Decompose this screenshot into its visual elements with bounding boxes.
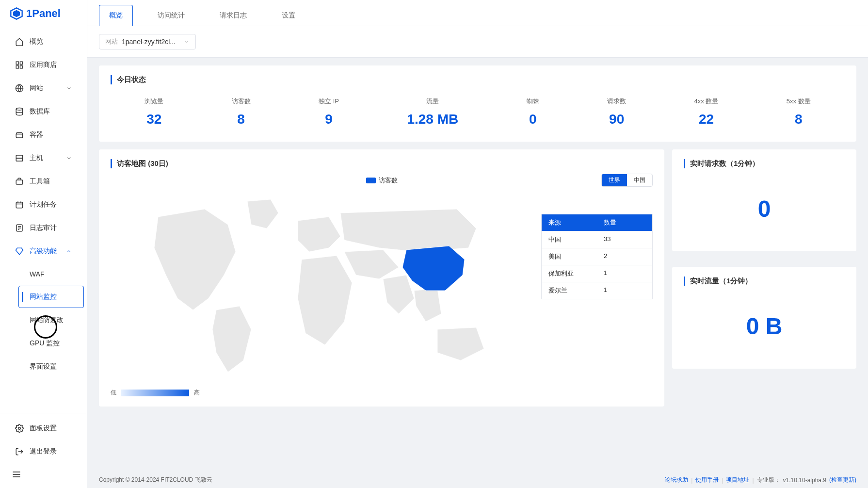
collapse-sidebar-button[interactable] bbox=[0, 464, 87, 485]
sidebar-item-ui-settings[interactable]: 界面设置 bbox=[18, 356, 84, 378]
footer-version-label: 专业版： bbox=[757, 476, 780, 484]
tab-label: 请求日志 bbox=[220, 11, 247, 19]
stat-label: 访客数 bbox=[232, 97, 251, 106]
sidebar-item-logs[interactable]: 日志审计 bbox=[3, 217, 84, 239]
map-toggle-china[interactable]: 中国 bbox=[627, 174, 652, 186]
stat-label: 请求数 bbox=[607, 97, 626, 106]
sidebar-item-container[interactable]: 容器 bbox=[3, 124, 84, 146]
stat-value: 8 bbox=[787, 112, 811, 127]
realtime-traffic-card: 实时流量（1分钟） 0 B bbox=[672, 267, 856, 369]
sidebar-item-label: 应用商店 bbox=[30, 61, 57, 69]
today-stats-title: 今日状态 bbox=[111, 75, 845, 84]
sidebar-item-anti-tamper[interactable]: 网站防篡改 bbox=[18, 309, 84, 331]
svg-point-21 bbox=[18, 427, 21, 430]
sidebar-item-label: 网站监控 bbox=[30, 293, 57, 301]
log-icon bbox=[15, 224, 24, 232]
stat-label: 4xx 数量 bbox=[694, 97, 719, 106]
map-body: 来源 数量 中国 33 美国 2 bbox=[111, 190, 653, 384]
sidebar-item-overview[interactable]: 概览 bbox=[3, 31, 84, 53]
sidebar-item-appstore[interactable]: 应用商店 bbox=[3, 54, 84, 76]
map-toggle-world[interactable]: 世界 bbox=[602, 174, 627, 186]
sidebar-item-database[interactable]: 数据库 bbox=[3, 100, 84, 123]
footer-version: v1.10.10-alpha.9 bbox=[783, 477, 826, 484]
footer-link-manual[interactable]: 使用手册 bbox=[695, 476, 719, 484]
realtime-requests-title: 实时请求数（1分钟） bbox=[684, 159, 845, 168]
sidebar-item-host[interactable]: 主机 bbox=[3, 147, 84, 169]
sidebar-item-toolbox[interactable]: 工具箱 bbox=[3, 170, 84, 193]
sidebar-item-waf[interactable]: WAF bbox=[18, 263, 84, 285]
sidebar-item-gpu-monitor[interactable]: GPU 监控 bbox=[18, 332, 84, 355]
sidebar-item-website[interactable]: 网站 bbox=[3, 77, 84, 99]
stat-label: 独立 IP bbox=[319, 97, 339, 106]
stat-value: 22 bbox=[694, 112, 719, 127]
diamond-icon bbox=[15, 247, 24, 256]
sidebar-item-panel-settings[interactable]: 面板设置 bbox=[3, 417, 84, 439]
sidebar-item-label: 高级功能 bbox=[30, 247, 57, 256]
stat-value: 8 bbox=[232, 112, 251, 127]
sidebar-item-advanced[interactable]: 高级功能 bbox=[3, 240, 84, 262]
sidebar-item-cron[interactable]: 计划任务 bbox=[3, 194, 84, 216]
svg-rect-5 bbox=[20, 66, 23, 68]
two-column-layout: 访客地图 (30日) 访客数 世界 中国 bbox=[99, 149, 856, 414]
td-count: 1 bbox=[597, 282, 652, 299]
sidebar-item-label: 退出登录 bbox=[30, 447, 57, 456]
logout-icon bbox=[15, 447, 24, 456]
gradient-high-label: 高 bbox=[194, 389, 200, 397]
brand-logo[interactable]: 1Panel bbox=[0, 0, 87, 27]
container-icon bbox=[15, 130, 24, 139]
svg-rect-4 bbox=[16, 66, 18, 68]
svg-rect-3 bbox=[20, 62, 23, 64]
site-select[interactable]: 网站 1panel-zyy.fit2cl... bbox=[99, 34, 196, 49]
map-gradient-legend: 低 高 bbox=[111, 389, 653, 397]
server-icon bbox=[15, 154, 24, 163]
stat-5xx: 5xx 数量 8 bbox=[787, 97, 811, 127]
stat-label: 5xx 数量 bbox=[787, 97, 811, 106]
td-source: 中国 bbox=[542, 231, 597, 248]
map-region-china bbox=[402, 246, 465, 291]
sidebar-item-label: 日志审计 bbox=[30, 224, 57, 232]
tab-settings[interactable]: 设置 bbox=[272, 5, 305, 26]
chevron-down-icon bbox=[66, 155, 72, 161]
tab-request-logs[interactable]: 请求日志 bbox=[209, 5, 257, 26]
realtime-requests-card: 实时请求数（1分钟） 0 bbox=[672, 149, 856, 251]
world-map-svg bbox=[111, 190, 531, 384]
footer-link-forum[interactable]: 论坛求助 bbox=[665, 476, 688, 484]
col-left: 访客地图 (30日) 访客数 世界 中国 bbox=[99, 149, 664, 414]
tab-access-stats[interactable]: 访问统计 bbox=[147, 5, 195, 26]
realtime-traffic-title: 实时流量（1分钟） bbox=[684, 277, 845, 286]
table-row: 美国 2 bbox=[542, 248, 652, 265]
footer-check-update[interactable]: (检查更新) bbox=[829, 476, 856, 484]
stat-value: 90 bbox=[607, 112, 626, 127]
td-count: 1 bbox=[597, 265, 652, 282]
footer-link-repo[interactable]: 项目地址 bbox=[726, 476, 749, 484]
sidebar-item-label: 面板设置 bbox=[30, 424, 57, 433]
sidebar-item-label: 数据库 bbox=[30, 107, 50, 116]
stat-label: 蜘蛛 bbox=[527, 97, 539, 106]
sidebar-item-logout[interactable]: 退出登录 bbox=[3, 440, 84, 463]
th-count: 数量 bbox=[597, 214, 652, 231]
stat-label: 浏览量 bbox=[145, 97, 163, 106]
tab-overview[interactable]: 概览 bbox=[99, 5, 133, 26]
table-row: 保加利亚 1 bbox=[542, 265, 652, 282]
stat-value: 0 bbox=[527, 112, 539, 127]
sidebar-item-label: 工具箱 bbox=[30, 177, 50, 186]
stat-value: 1.28 MB bbox=[407, 112, 458, 127]
gear-icon bbox=[15, 424, 24, 433]
svg-rect-9 bbox=[16, 158, 23, 161]
logo-icon bbox=[10, 7, 23, 20]
stat-traffic: 流量 1.28 MB bbox=[407, 97, 458, 127]
sidebar-item-site-monitor[interactable]: 网站监控 bbox=[18, 286, 84, 308]
sidebar-item-label: 界面设置 bbox=[30, 362, 57, 371]
gradient-bar bbox=[121, 390, 189, 396]
map-scope-toggle: 世界 中国 bbox=[601, 174, 653, 187]
td-source: 保加利亚 bbox=[542, 265, 597, 282]
menu-icon bbox=[12, 470, 21, 479]
nav-advanced-sub: WAF 网站监控 网站防篡改 GPU 监控 界面设置 bbox=[0, 263, 87, 378]
realtime-traffic-value: 0 B bbox=[684, 293, 845, 359]
sidebar-item-label: 网站 bbox=[30, 84, 43, 93]
sidebar: 1Panel 概览 应用商店 网站 数据库 容器 主机 bbox=[0, 0, 87, 488]
gradient-low-label: 低 bbox=[111, 389, 116, 397]
svg-rect-12 bbox=[16, 180, 23, 184]
world-map[interactable] bbox=[111, 190, 531, 384]
svg-rect-13 bbox=[16, 202, 23, 208]
